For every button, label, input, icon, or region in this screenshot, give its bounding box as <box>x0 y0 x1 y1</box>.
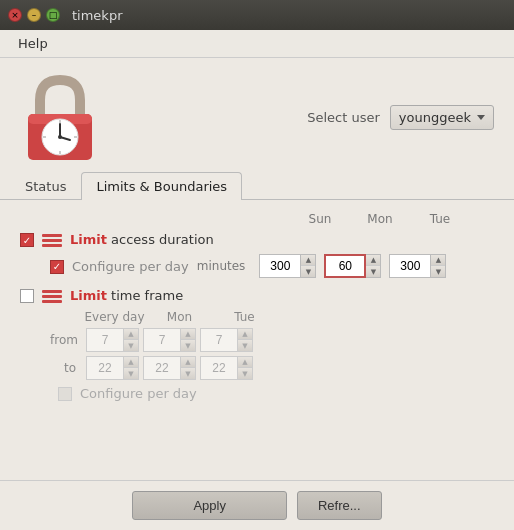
to-everyday-down[interactable]: ▼ <box>124 368 138 379</box>
to-everyday-up[interactable]: ▲ <box>124 357 138 368</box>
svg-rect-11 <box>42 239 62 242</box>
to-tue-down[interactable]: ▼ <box>238 368 252 379</box>
from-everyday-up[interactable]: ▲ <box>124 329 138 340</box>
svg-rect-12 <box>42 244 62 247</box>
day-header-mon: Mon <box>350 212 410 226</box>
configure-inner: Configure per day minutes ▲ ▼ <box>50 254 446 278</box>
to-everyday-spin-btns: ▲ ▼ <box>124 356 139 380</box>
from-tue-down[interactable]: ▼ <box>238 340 252 351</box>
lock-icon <box>20 72 100 162</box>
configure-per-day-1-checkbox[interactable] <box>50 260 64 274</box>
minimize-button[interactable]: – <box>27 8 41 22</box>
sun-spin-up[interactable]: ▲ <box>301 255 315 266</box>
from-label: from <box>50 333 82 347</box>
tue-minutes-field[interactable] <box>389 254 431 278</box>
configure-per-day-2-row: Configure per day <box>20 386 494 401</box>
limit-access-checkbox[interactable] <box>20 233 34 247</box>
limit-access-row: Limit access duration <box>20 232 494 248</box>
to-mon-up[interactable]: ▲ <box>181 357 195 368</box>
from-mon-spin[interactable]: ▲ ▼ <box>143 328 196 352</box>
svg-rect-14 <box>42 295 62 298</box>
day-header-sun: Sun <box>290 212 350 226</box>
tue-spin-up[interactable]: ▲ <box>431 255 445 266</box>
configure-per-day-1-label: Configure per day <box>72 259 189 274</box>
tue-minutes-input[interactable]: ▲ ▼ <box>389 254 446 278</box>
to-everyday-spin[interactable]: ▲ ▼ <box>86 356 139 380</box>
limit-timeframe-section: Limit time frame Every day Mon Tue from <box>20 288 494 401</box>
sun-minutes-input[interactable]: ▲ ▼ <box>259 254 316 278</box>
from-everday-spin[interactable]: ▲ ▼ <box>86 328 139 352</box>
to-everyday-field[interactable] <box>86 356 124 380</box>
from-mon-up[interactable]: ▲ <box>181 329 195 340</box>
from-tue-field[interactable] <box>200 328 238 352</box>
mon-minutes-field[interactable] <box>324 254 366 278</box>
day-header-tue: Tue <box>410 212 470 226</box>
to-tue-up[interactable]: ▲ <box>238 357 252 368</box>
to-tue-field[interactable] <box>200 356 238 380</box>
limit-access-icon <box>42 232 62 248</box>
svg-rect-15 <box>42 300 62 303</box>
configure-per-day-2-label: Configure per day <box>80 386 197 401</box>
limit-timeframe-label: Limit time frame <box>70 288 183 303</box>
to-mon-field[interactable] <box>143 356 181 380</box>
apply-button[interactable]: Apply <box>132 491 287 520</box>
refresh-button[interactable]: Refre... <box>297 491 382 520</box>
svg-rect-13 <box>42 290 62 293</box>
tue-spin-buttons: ▲ ▼ <box>431 254 446 278</box>
to-row: to ▲ ▼ ▲ ▼ <box>50 356 494 380</box>
from-everyday-down[interactable]: ▼ <box>124 340 138 351</box>
mon-spin-down[interactable]: ▼ <box>366 266 380 277</box>
to-label: to <box>50 361 82 375</box>
limit-access-label: Limit access duration <box>70 232 214 247</box>
timeframe-day-mon: Mon <box>147 310 212 324</box>
from-mon-field[interactable] <box>143 328 181 352</box>
close-icon: × <box>11 10 19 20</box>
configure-per-day-2-checkbox[interactable] <box>58 387 72 401</box>
sun-minutes-field[interactable] <box>259 254 301 278</box>
minutes-label: minutes <box>197 259 246 273</box>
bottom-bar: Apply Refre... <box>0 480 514 530</box>
sun-spin-down[interactable]: ▼ <box>301 266 315 277</box>
from-tue-up[interactable]: ▲ <box>238 329 252 340</box>
tue-spin-down[interactable]: ▼ <box>431 266 445 277</box>
maximize-button[interactable]: □ <box>46 8 60 22</box>
titlebar: × – □ timekpr <box>0 0 514 30</box>
from-everyday-field[interactable] <box>86 328 124 352</box>
from-mon-spin-btns: ▲ ▼ <box>181 328 196 352</box>
to-tue-spin-btns: ▲ ▼ <box>238 356 253 380</box>
help-menu[interactable]: Help <box>10 32 56 55</box>
user-dropdown[interactable]: younggeek <box>390 105 494 130</box>
to-mon-spin[interactable]: ▲ ▼ <box>143 356 196 380</box>
svg-rect-10 <box>42 234 62 237</box>
to-mon-down[interactable]: ▼ <box>181 368 195 379</box>
limit-access-header-row: Sun Mon Tue <box>20 212 494 226</box>
tab-status[interactable]: Status <box>10 172 81 200</box>
mon-minutes-input[interactable]: ▲ ▼ <box>324 254 381 278</box>
limit-timeframe-checkbox[interactable] <box>20 289 34 303</box>
minimize-icon: – <box>32 10 37 20</box>
timeframe-day-tue: Tue <box>212 310 277 324</box>
menubar: Help <box>0 30 514 58</box>
content-area: Sun Mon Tue Limit access duration <box>0 200 514 480</box>
from-tue-spin[interactable]: ▲ ▼ <box>200 328 253 352</box>
limit-timeframe-row: Limit time frame <box>20 288 494 304</box>
user-select-area: Select user younggeek <box>307 105 494 130</box>
tab-limits-boundaries[interactable]: Limits & Boundaries <box>81 172 242 200</box>
to-tue-spin[interactable]: ▲ ▼ <box>200 356 253 380</box>
window-controls: × – □ <box>8 8 60 22</box>
svg-point-5 <box>58 135 62 139</box>
to-mon-spin-btns: ▲ ▼ <box>181 356 196 380</box>
close-button[interactable]: × <box>8 8 22 22</box>
mon-spin-buttons: ▲ ▼ <box>366 254 381 278</box>
mon-spin-up[interactable]: ▲ <box>366 255 380 266</box>
tabs: Status Limits & Boundaries <box>0 172 514 200</box>
maximize-icon: □ <box>49 10 58 20</box>
limit-access-section: Sun Mon Tue Limit access duration <box>20 212 494 278</box>
limit-timeframe-icon <box>42 288 62 304</box>
from-tue-spin-btns: ▲ ▼ <box>238 328 253 352</box>
from-mon-down[interactable]: ▼ <box>181 340 195 351</box>
time-grid-header: Every day Mon Tue <box>82 310 494 324</box>
sun-spin-buttons: ▲ ▼ <box>301 254 316 278</box>
selected-user: younggeek <box>399 110 471 125</box>
dropdown-arrow-icon <box>477 115 485 120</box>
